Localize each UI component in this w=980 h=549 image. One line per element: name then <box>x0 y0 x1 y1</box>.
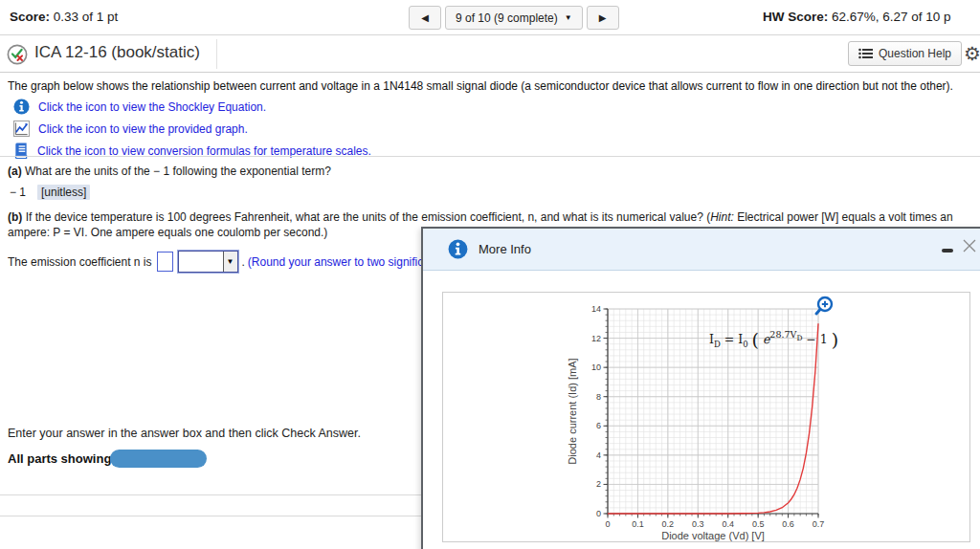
svg-text:Diode current (Id) [mA]: Diode current (Id) [mA] <box>567 358 578 464</box>
pager-label: 9 of 10 (9 complete) <box>456 11 558 25</box>
question-help-label: Question Help <box>879 47 951 60</box>
part-a-question: (a) What are the units of the − 1 follow… <box>8 165 331 178</box>
part-a-label: (a) <box>8 165 22 178</box>
part-b-hint-label: Hint: <box>710 210 734 224</box>
info-icon[interactable] <box>13 99 30 115</box>
part-a-text: What are the units of the − 1 following … <box>22 165 331 178</box>
chevron-down-icon: ▼ <box>227 257 234 266</box>
link-label[interactable]: Click the icon to view the Shockley Equa… <box>38 100 266 114</box>
part-b-answer-row: The emission coefficient n is ▼ . (Round… <box>8 251 477 273</box>
check-answer-instruction: Enter your answer in the answer box and … <box>8 427 361 440</box>
title-divider <box>216 39 217 69</box>
svg-text:0.1: 0.1 <box>632 519 644 529</box>
sentence-period: . <box>242 255 245 269</box>
coefficient-input[interactable] <box>157 252 173 272</box>
svg-text:0.7: 0.7 <box>813 519 825 529</box>
score-bar: Score: 0.33 of 1 pt ◀ 9 of 10 (9 complet… <box>0 0 980 35</box>
svg-text:14: 14 <box>591 304 601 314</box>
svg-text:0.2: 0.2 <box>662 519 675 529</box>
graph-icon[interactable] <box>13 121 30 137</box>
score-value: 0.33 of 1 pt <box>50 10 118 24</box>
close-icon[interactable] <box>961 237 978 254</box>
diode-iv-chart: 00.10.20.30.40.50.60.702468101214Diode v… <box>443 293 971 543</box>
modal-header: More Info <box>423 229 980 271</box>
question-select-dropdown[interactable]: 9 of 10 (9 complete) ▼ <box>445 6 583 30</box>
score-text: Score: 0.33 of 1 pt <box>10 10 118 24</box>
gear-icon[interactable]: ⚙ <box>964 42 980 65</box>
question-title-bar: ICA 12-16 (book/static) Question Help ⚙ <box>0 36 980 73</box>
prev-icon: ◀ <box>421 12 429 23</box>
svg-text:6: 6 <box>596 421 601 430</box>
previous-question-button[interactable]: ◀ <box>409 6 441 30</box>
part-a-answer-value[interactable]: [unitless] <box>37 185 90 200</box>
all-parts-showing-label: All parts showing <box>8 451 111 466</box>
select-caret-icon[interactable]: ▼ <box>223 252 237 272</box>
svg-text:8: 8 <box>596 392 601 402</box>
score-label: Score: <box>10 10 50 24</box>
info-icon <box>448 239 468 259</box>
svg-text:0.6: 0.6 <box>782 519 794 529</box>
next-question-button[interactable]: ▶ <box>587 6 619 30</box>
svg-text:4: 4 <box>596 450 601 460</box>
svg-text:12: 12 <box>591 334 601 343</box>
provided-graph-link[interactable]: Click the icon to view the provided grap… <box>13 121 248 137</box>
minimize-icon <box>942 249 953 253</box>
question-help-button[interactable]: Question Help <box>848 41 962 66</box>
question-pager: ◀ 9 of 10 (9 complete) ▼ ▶ <box>409 6 619 30</box>
svg-text:2: 2 <box>596 479 601 489</box>
zoom-in-icon[interactable] <box>813 295 835 318</box>
units-select[interactable]: ▼ <box>178 251 238 273</box>
question-intro: The graph below shows the relationship b… <box>8 79 976 93</box>
svg-text:0: 0 <box>605 519 610 529</box>
chevron-down-icon: ▼ <box>565 13 572 22</box>
link-label[interactable]: Click the icon to view the provided grap… <box>38 122 248 136</box>
part-a-answer-prefix: − 1 <box>10 186 26 199</box>
partial-credit-icon <box>7 44 28 65</box>
svg-text:10: 10 <box>591 362 601 372</box>
hw-score-text: HW Score: 62.67%, 6.27 of 10 p <box>763 10 951 24</box>
minimize-button[interactable] <box>940 242 957 257</box>
part-b-text: If the device temperature is 100 degrees… <box>22 210 710 224</box>
diode-iv-curve <box>608 323 818 514</box>
footer-action-button[interactable] <box>110 450 207 468</box>
part-b-label: (b) <box>8 210 22 224</box>
homework-page: Score: 0.33 of 1 pt ◀ 9 of 10 (9 complet… <box>0 0 980 549</box>
diode-equation: ID = I0 ( e28.7VD − 1 ) <box>709 329 838 350</box>
divider <box>0 156 980 157</box>
list-icon <box>858 48 873 59</box>
hw-score-value: 62.67%, 6.27 of 10 p <box>828 10 950 24</box>
more-info-modal: More Info 00.10.20.30.40.50.60.702468101… <box>421 227 980 549</box>
modal-title: More Info <box>479 242 531 256</box>
graph-panel: 00.10.20.30.40.50.60.702468101214Diode v… <box>442 292 970 542</box>
svg-text:Diode voltage (Vd) [V]: Diode voltage (Vd) [V] <box>661 530 765 541</box>
hw-score-label: HW Score: <box>763 10 828 24</box>
units-select-value <box>179 252 223 272</box>
svg-text:0.5: 0.5 <box>752 519 765 529</box>
part-a-answer: − 1 [unitless] <box>10 185 90 200</box>
svg-text:0.3: 0.3 <box>692 519 704 529</box>
page-title: ICA 12-16 (book/static) <box>34 43 200 62</box>
next-icon: ▶ <box>599 12 607 23</box>
shockley-equation-link[interactable]: Click the icon to view the Shockley Equa… <box>13 99 266 115</box>
svg-text:0.4: 0.4 <box>722 519 734 529</box>
svg-text:0: 0 <box>596 509 601 518</box>
part-b-answer-prefix: The emission coefficient n is <box>8 255 152 269</box>
